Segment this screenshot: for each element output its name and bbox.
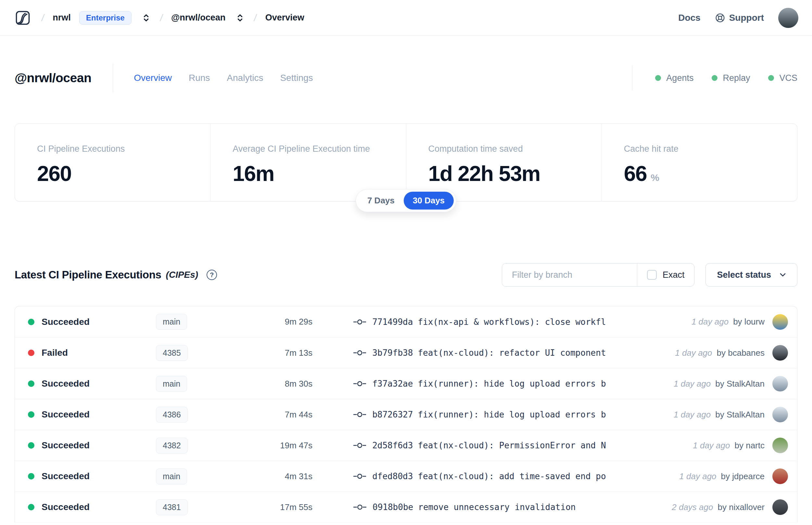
time-ago: 1 day ago xyxy=(679,471,716,481)
commit-hash: b8726327 xyxy=(372,410,413,419)
status-select-button[interactable]: Select status xyxy=(705,263,797,287)
workspace-header: @nrwl/ocean OverviewRunsAnalyticsSetting… xyxy=(15,63,797,93)
service-status-agents: Agents xyxy=(655,73,693,83)
branch-badge: 4381 xyxy=(156,499,188,515)
service-status-group: Agents Replay VCS xyxy=(632,65,797,90)
exact-label: Exact xyxy=(663,270,685,280)
duration: 19m 47s xyxy=(263,440,312,451)
exact-toggle[interactable]: Exact xyxy=(637,264,694,286)
section-title: Latest CI Pipeline Executions xyxy=(15,269,162,281)
stat-label: Computation time saved xyxy=(428,144,601,154)
git-commit-icon xyxy=(353,317,366,327)
status-dot xyxy=(28,504,34,510)
table-row[interactable]: Succeeded main 9m 29s 771499dafix(nx-api… xyxy=(15,306,797,337)
cipe-table: Succeeded main 9m 29s 771499dafix(nx-api… xyxy=(15,306,797,522)
status-label: Succeeded xyxy=(42,317,90,327)
duration: 7m 13s xyxy=(263,348,312,358)
author-avatar xyxy=(772,314,788,330)
status-dot xyxy=(28,442,34,449)
branch-badge: 4385 xyxy=(156,345,188,361)
range-option-7-days[interactable]: 7 Days xyxy=(358,192,404,210)
lifebuoy-icon xyxy=(715,13,725,23)
tab-overview[interactable]: Overview xyxy=(134,73,172,83)
time-ago: 2 days ago xyxy=(672,502,713,512)
status-dot xyxy=(28,411,34,418)
breadcrumb-separator: / xyxy=(41,12,45,24)
status-select-label: Select status xyxy=(717,270,771,280)
chevron-up-down-icon xyxy=(141,12,152,24)
docs-link[interactable]: Docs xyxy=(678,13,700,23)
duration: 17m 55s xyxy=(263,502,312,512)
range-option-30-days[interactable]: 30 Days xyxy=(404,192,454,210)
stat-label: Average CI Pipeline Execution time xyxy=(232,144,406,154)
status-label: Succeeded xyxy=(42,409,90,420)
divider xyxy=(113,64,113,92)
help-icon[interactable]: ? xyxy=(206,270,217,280)
commit-message: 2d58f6d3feat(nx-cloud): PermissionError … xyxy=(372,440,606,450)
commit-message: 0918b0beremove unnecessary invalidation xyxy=(372,502,576,512)
status-dot xyxy=(28,380,34,387)
author-avatar xyxy=(772,407,788,422)
author-avatar xyxy=(772,376,788,391)
commit-author: by StalkAltan xyxy=(715,379,765,389)
table-row[interactable]: Succeeded 4386 7m 44s b8726327fix(runner… xyxy=(15,399,797,430)
commit-hash: 3b79fb38 xyxy=(372,348,413,358)
nx-cloud-logo-icon[interactable] xyxy=(16,11,30,25)
time-ago: 1 day ago xyxy=(674,379,711,389)
chevron-up-down-icon xyxy=(234,12,246,24)
table-row[interactable]: Succeeded 4381 17m 55s 0918b0beremove un… xyxy=(15,492,797,522)
tab-runs[interactable]: Runs xyxy=(189,73,210,83)
table-row[interactable]: Failed 4385 7m 13s 3b79fb38feat(nx-cloud… xyxy=(15,337,797,368)
commit-hash: 771499da xyxy=(372,317,413,327)
workspace-tabs: OverviewRunsAnalyticsSettings xyxy=(134,73,313,83)
service-status-vcs: VCS xyxy=(768,73,797,83)
commit-author: by StalkAltan xyxy=(715,410,765,420)
author-avatar xyxy=(772,499,788,515)
breadcrumb-separator: / xyxy=(253,12,258,24)
stat-value: 260 xyxy=(37,161,210,186)
duration: 7m 44s xyxy=(263,410,312,420)
commit-message: 771499dafix(nx-api & workflows): close w… xyxy=(372,317,606,327)
time-ago: 1 day ago xyxy=(693,440,730,451)
stat-value: 1d 22h 53m xyxy=(428,161,601,186)
branch-filter-group: Exact xyxy=(502,263,695,287)
date-range-toggle: 7 Days30 Days xyxy=(356,189,456,212)
divider xyxy=(632,65,632,90)
commit-author: by bcabanes xyxy=(717,348,765,358)
commit-message: f37a32aefix(runner): hide log upload err… xyxy=(372,379,606,389)
git-commit-icon xyxy=(353,379,366,388)
branch-badge: main xyxy=(156,314,187,330)
stat-unit: % xyxy=(650,172,659,183)
exact-checkbox[interactable] xyxy=(647,270,657,280)
status-dot xyxy=(28,349,34,356)
status-dot xyxy=(768,75,774,81)
commit-hash: dfed80d3 xyxy=(372,471,413,481)
table-row[interactable]: Succeeded main 8m 30s f37a32aefix(runner… xyxy=(15,368,797,399)
table-row[interactable]: Succeeded main 4m 31s dfed80d3feat(nx-cl… xyxy=(15,461,797,492)
breadcrumb: / nrwl Enterprise / @nrwl/ocean / Overvi… xyxy=(42,11,304,25)
support-link[interactable]: Support xyxy=(715,13,764,23)
org-switcher[interactable] xyxy=(141,12,152,24)
table-row[interactable]: Succeeded 4382 19m 47s 2d58f6d3feat(nx-c… xyxy=(15,430,797,461)
author-avatar xyxy=(772,345,788,361)
time-ago: 1 day ago xyxy=(674,410,711,420)
chevron-down-icon xyxy=(778,270,787,280)
author-avatar xyxy=(772,438,788,453)
tab-settings[interactable]: Settings xyxy=(280,73,313,83)
tab-analytics[interactable]: Analytics xyxy=(227,73,263,83)
commit-author: by nartc xyxy=(734,440,765,451)
breadcrumb-page: Overview xyxy=(265,13,304,23)
workspace-switcher[interactable] xyxy=(234,12,246,24)
service-label: Agents xyxy=(666,73,693,83)
support-label: Support xyxy=(729,13,764,23)
breadcrumb-org[interactable]: nrwl xyxy=(52,13,71,23)
commit-author: by nixallover xyxy=(718,502,765,512)
service-status-replay: Replay xyxy=(711,73,750,83)
branch-filter-input[interactable] xyxy=(502,264,637,286)
stats-cards: CI Pipeline Executions 260 Average CI Pi… xyxy=(15,123,797,201)
time-ago: 1 day ago xyxy=(675,348,712,358)
stat-value: 66% xyxy=(624,161,797,186)
user-avatar[interactable] xyxy=(778,8,798,28)
breadcrumb-workspace[interactable]: @nrwl/ocean xyxy=(171,13,226,23)
git-commit-icon xyxy=(353,502,367,512)
